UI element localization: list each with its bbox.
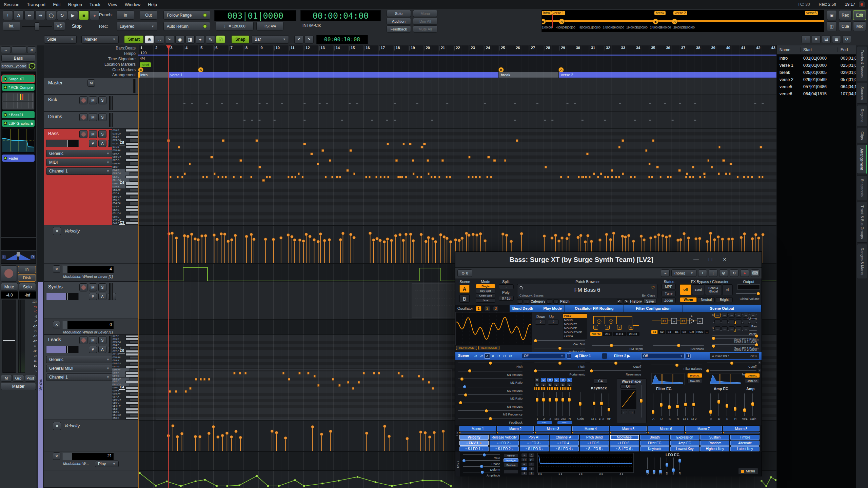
play-mode-mono-st[interactable]: MONO ST [563,322,587,326]
macro-7[interactable]: Macro 7 [685,426,722,431]
nudge-clock[interactable]: 00:00:10:08 [316,35,368,44]
strip-name-button[interactable]: Bass [1,55,35,62]
prev-patch-button[interactable]: ← [547,299,552,304]
fx-slot[interactable]: — [714,313,721,318]
slider-handle[interactable] [639,399,643,403]
next-patch-button[interactable]: → [553,299,559,304]
stop-button[interactable]: ■ [79,11,89,20]
filter2-link-icon[interactable]: ⁄ [758,369,761,372]
white-key[interactable] [125,335,138,338]
amp-eg-slider-r-3[interactable] [733,393,737,416]
bass-a-button[interactable]: A [98,140,106,147]
filter2-type-dropdown-subtype[interactable]: 1 [686,353,691,359]
menu-help[interactable]: Help [144,2,161,7]
play-mode-mono-fp[interactable]: MONO FP [563,326,587,330]
filter-balance-knob[interactable] [602,353,607,359]
filter-balance-slider[interactable] [651,363,702,367]
fader-handle[interactable] [3,340,15,341]
monitor-feedback[interactable]: Feedback [387,25,411,33]
osc-select-3[interactable]: 3 [493,306,499,311]
step-shape-icon[interactable]: ⌂ [528,467,535,471]
macro-value-strip[interactable] [497,432,534,433]
mixer-fader-5[interactable] [560,391,565,416]
status-mpe[interactable]: MPE [662,284,676,289]
grid-icon[interactable]: ▦ [832,35,841,43]
mixer-fader-1[interactable] [535,391,539,416]
ruler-label-time-signature[interactable]: Time Signature [44,56,136,62]
fx-slot-b[interactable]: — [722,326,728,331]
black-key[interactable] [130,162,138,165]
lane-header-leadsauto[interactable] [44,470,138,488]
slider-handle[interactable] [460,377,464,381]
mini-marker-intro[interactable]: intro [542,11,551,15]
black-key[interactable] [130,378,138,380]
slider-handle[interactable] [743,408,746,412]
arrangement-section-verse-1[interactable]: verse 1 [169,72,499,78]
arrangement-row-verse5[interactable]: verse5057|01|0486064|04|1815 [777,83,856,90]
modsource-lfo-6[interactable]: ≡LFO 6↓ [610,441,639,446]
white-key[interactable] [125,169,138,172]
slider-handle[interactable] [756,292,760,296]
fm-routing-3-2-1[interactable]: 3>2>1 [613,332,626,336]
processor-enable-led[interactable] [4,77,7,81]
slider-handle[interactable] [462,459,466,463]
leads-dropdown-2[interactable]: Channel 1▼ [46,373,113,381]
character-neutral[interactable]: Neutral [698,297,715,302]
tab-snapshots[interactable]: Snapshots [857,175,867,200]
slider-handle[interactable] [535,398,539,402]
output-button[interactable]: Master [1,383,36,390]
filter-config-ring[interactable]: RING [696,330,704,334]
page-rec-button[interactable]: Rec [839,10,852,20]
insert-fx-slot[interactable]: A Insert FX 1Off ▾ [710,353,759,359]
macro-value-strip[interactable] [685,432,722,433]
zoom-in-icon[interactable]: + [802,35,810,43]
slider-handle[interactable] [555,398,558,402]
close-button[interactable]: × [720,255,729,264]
white-key[interactable] [125,411,138,414]
track-name[interactable]: Bass [48,131,59,136]
filter-config-s3[interactable]: S3 [666,330,673,334]
window-titlebar[interactable]: Bass: Surge XT (by Surge Synth Team) [LV… [455,252,762,268]
slider-handle[interactable] [725,404,729,408]
lfo-eg-slider-5[interactable] [677,457,682,471]
amp-slider-gain[interactable] [750,393,755,416]
lfo-eg-slider-0[interactable] [645,457,650,471]
ruler-label-tempo[interactable]: Tempo [44,51,136,56]
monitor-solo[interactable]: Solo [387,10,411,17]
mixer-mute-3[interactable]: M [547,378,553,382]
track-name[interactable]: Leads [48,337,61,342]
grab-mode-dropdown[interactable]: Slide▼ [44,35,77,44]
black-key[interactable] [130,212,138,215]
fx-slot[interactable]: — [743,313,749,318]
modsource-lfo-5[interactable]: ≡LFO 5↓ [580,441,609,446]
formula-shape-icon[interactable]: ƒ [528,471,535,475]
slider-handle[interactable] [730,361,734,365]
group-button[interactable]: Grp [13,375,24,382]
fx-slot[interactable]: — [714,319,721,324]
fx-slot[interactable]: — [722,313,728,318]
piano-keys[interactable]: 076 E075 D#074 D073 C#072 CC5071 B070 A#… [112,129,138,225]
slider-handle[interactable] [464,393,468,397]
snh-shape-icon[interactable]: ᴨ [528,462,535,466]
retrigger-toggle[interactable]: RETRIGGER [478,346,499,350]
fx-slot-b[interactable]: — [743,326,749,331]
snap-button[interactable]: Snap [231,35,250,44]
synths-solo-button[interactable]: S [98,283,106,291]
slider-handle[interactable] [709,410,712,414]
macro-1[interactable]: Macro 1 [459,426,496,431]
white-key[interactable] [125,185,138,188]
metronome-button[interactable]: Δ [14,11,24,20]
punch-in-button[interactable]: In [117,11,134,20]
filter-eg-slider-d-1[interactable] [659,393,664,416]
macro-2[interactable]: Macro 2 [497,426,534,431]
slider-handle[interactable] [463,385,467,389]
amp-eg-digital[interactable]: DIGITAL [745,373,760,378]
filter2-resonance-slider[interactable] [707,369,756,373]
lane-close-button[interactable]: ✕ [53,452,60,460]
scene-portamento-slider[interactable] [534,369,585,373]
white-key[interactable] [125,387,138,389]
fx-slot[interactable]: — [722,319,728,324]
smart-mode-button[interactable]: Smart [124,35,144,44]
modsource-s-lfo-1[interactable]: ≡S-LFO 1↓ [459,446,489,451]
black-key[interactable] [130,195,138,198]
